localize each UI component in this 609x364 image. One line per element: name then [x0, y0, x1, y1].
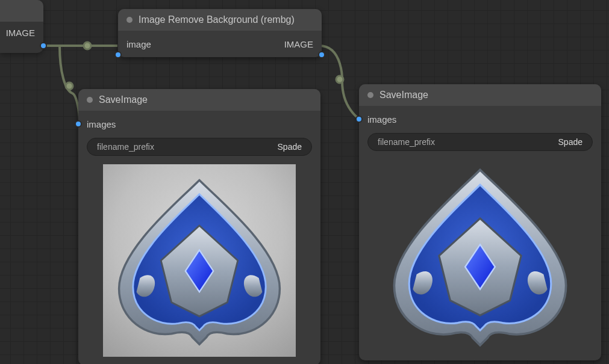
collapse-dot-icon[interactable]: [87, 97, 93, 103]
filename-prefix-field[interactable]: filename_prefix Spade: [87, 138, 312, 156]
input-port[interactable]: [355, 116, 363, 123]
node-save-image[interactable]: SaveImage images filename_prefix Spade: [78, 89, 320, 364]
node-title: SaveImage: [99, 94, 148, 105]
node-preview: [87, 164, 312, 357]
node-graph-canvas[interactable]: IMAGE Image Remove Background (rembg) im…: [0, 0, 609, 364]
input-port[interactable]: [114, 51, 122, 58]
node-title-bar[interactable]: SaveImage: [359, 84, 601, 106]
collapse-dot-icon[interactable]: [126, 17, 133, 23]
output-port[interactable]: [40, 42, 47, 49]
preview-image[interactable]: [103, 164, 296, 357]
link-waypoint-icon: [336, 76, 343, 83]
filename-prefix-field[interactable]: filename_prefix Spade: [367, 133, 593, 151]
spade-emblem-icon: [112, 173, 287, 348]
node-title-bar[interactable]: Image Remove Background (rembg): [118, 9, 322, 31]
input-port[interactable]: [75, 120, 82, 128]
input-port-label: image: [126, 39, 151, 49]
collapse-dot-icon[interactable]: [367, 92, 373, 98]
link-rembg-to-save-right: [319, 46, 359, 119]
spade-emblem-icon: [387, 162, 573, 349]
node-title: SaveImage: [379, 90, 428, 100]
upstream-node-stub[interactable]: IMAGE: [0, 0, 43, 53]
field-label: filename_prefix: [97, 142, 154, 152]
input-port-label: images: [367, 114, 396, 125]
input-port-label: images: [87, 119, 116, 129]
output-port-label: IMAGE: [6, 28, 35, 38]
output-port-label: IMAGE: [284, 39, 313, 49]
node-title: Image Remove Background (rembg): [139, 14, 295, 25]
link-source-to-save-left: [60, 46, 80, 120]
node-preview: [367, 159, 593, 352]
preview-image[interactable]: [384, 159, 576, 352]
field-label: filename_prefix: [378, 137, 435, 147]
field-value: Spade: [558, 137, 582, 147]
node-save-image[interactable]: SaveImage images filename_prefix Spade: [359, 84, 601, 360]
field-value: Spade: [278, 142, 302, 152]
output-port[interactable]: [318, 51, 325, 58]
node-remove-background[interactable]: Image Remove Background (rembg) image IM…: [118, 9, 322, 57]
node-title-bar[interactable]: SaveImage: [78, 89, 320, 111]
link-waypoint-icon: [84, 42, 91, 49]
link-waypoint-icon: [66, 82, 73, 90]
